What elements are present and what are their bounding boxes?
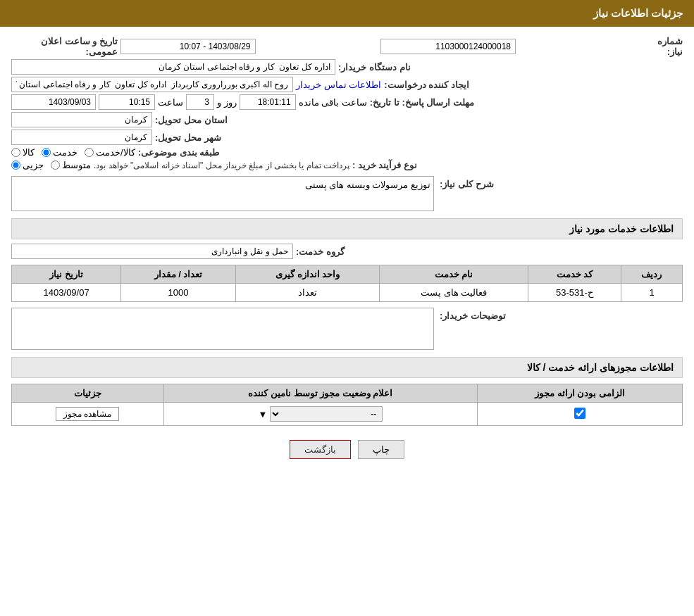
row-province: استان محل تحویل: bbox=[11, 112, 683, 127]
row-reply-deadline: مهلت ارسال پاسخ: تا تاریخ: ساعت باقی مان… bbox=[11, 94, 683, 110]
remaining-time-input[interactable] bbox=[240, 94, 296, 110]
remaining-suffix: ساعت باقی مانده bbox=[299, 97, 367, 108]
need-number-input[interactable] bbox=[380, 39, 516, 54]
col-name: نام خدمت bbox=[380, 265, 528, 284]
col-row: ردیف bbox=[621, 265, 682, 284]
contact-info-link[interactable]: اطلاعات تماس خریدار bbox=[296, 80, 381, 90]
row-purchase-type: نوع فرآیند خرید : پرداخت تمام یا بخشی از… bbox=[11, 160, 683, 170]
radio-kala-khedmat: کالا/خدمت bbox=[85, 147, 135, 158]
license-details-cell: مشاهده مجوز bbox=[12, 403, 164, 426]
cell-row-1: 1 bbox=[621, 284, 682, 302]
purchase-type-radio-group: متوسط جزیی bbox=[11, 160, 91, 170]
province-label: استان محل تحویل: bbox=[155, 115, 228, 125]
province-input[interactable] bbox=[11, 112, 152, 127]
radio-khedmat: خدمت bbox=[42, 147, 78, 158]
services-table: ردیف کد خدمت نام خدمت واحد اندازه گیری ت… bbox=[11, 265, 683, 302]
buyer-org-label: نام دستگاه خریدار: bbox=[338, 62, 411, 73]
radio-kala-input[interactable] bbox=[11, 148, 20, 157]
col-date: تاریخ نیاز bbox=[12, 265, 121, 284]
radio-mutavasset-input[interactable] bbox=[51, 161, 60, 170]
table-row: 1 ح-531-53 فعالیت های پست تعداد 1000 140… bbox=[12, 284, 683, 302]
purchase-type-label: نوع فرآیند خرید : bbox=[352, 160, 417, 170]
city-input[interactable] bbox=[11, 130, 152, 145]
cell-quantity-1: 1000 bbox=[121, 284, 235, 302]
service-group-label: گروه خدمت: bbox=[296, 246, 345, 257]
buyer-notes-label: توضیحات خریدار: bbox=[440, 308, 506, 321]
col-quantity: تعداد / مقدار bbox=[121, 265, 235, 284]
reply-date-input[interactable] bbox=[11, 94, 96, 110]
need-description-box: توزیع مرسولات وبسته های پستی bbox=[11, 176, 434, 211]
license-row: -- ▼ مشاهده مجوز bbox=[12, 403, 683, 426]
reply-deadline-label: مهلت ارسال پاسخ: تا تاریخ: bbox=[370, 97, 474, 108]
col-license-status: اعلام وضعیت مجوز توسط نامین کننده bbox=[163, 384, 478, 403]
col-code: کد خدمت bbox=[528, 265, 621, 284]
row-city: شهر محل تحویل: bbox=[11, 130, 683, 145]
license-table: الزامی بودن ارائه مجوز اعلام وضعیت مجوز … bbox=[11, 384, 683, 426]
cell-date-1: 1403/09/07 bbox=[12, 284, 121, 302]
city-label: شهر محل تحویل: bbox=[155, 132, 221, 143]
remaining-days-input[interactable] bbox=[186, 94, 214, 110]
col-license-required: الزامی بودن ارائه مجوز bbox=[478, 384, 683, 403]
need-description-label: شرح کلی نیاز: bbox=[440, 176, 494, 189]
row-buyer-org: نام دستگاه خریدار: bbox=[11, 59, 683, 75]
buyer-notes-textarea[interactable] bbox=[11, 308, 434, 350]
back-button[interactable]: بازگشت bbox=[290, 440, 351, 459]
radio-jozei: جزیی bbox=[11, 160, 44, 170]
view-license-button[interactable]: مشاهده مجوز bbox=[56, 407, 119, 421]
radio-khedmat-input[interactable] bbox=[42, 148, 51, 157]
radio-kala-khedmat-input[interactable] bbox=[85, 148, 94, 157]
cell-code-1: ح-531-53 bbox=[528, 284, 621, 302]
remaining-days-label: روز و bbox=[217, 97, 237, 108]
page-wrapper: جزئیات اطلاعات نیاز شماره نیاز: تاریخ و … bbox=[0, 0, 694, 616]
header-title: جزئیات اطلاعات نیاز bbox=[593, 7, 683, 19]
row-service-group: گروه خدمت: bbox=[11, 244, 683, 259]
row-need-description: شرح کلی نیاز: توزیع مرسولات وبسته های پس… bbox=[11, 176, 683, 211]
row-buyer-notes: توضیحات خریدار: bbox=[11, 308, 683, 350]
need-number-label: شماره نیاز: bbox=[641, 36, 683, 57]
col-unit: واحد اندازه گیری bbox=[235, 265, 380, 284]
license-section-title: اطلاعات مجوزهای ارائه خدمت / کالا bbox=[11, 357, 683, 378]
page-title: جزئیات اطلاعات نیاز bbox=[0, 0, 694, 27]
service-group-input[interactable] bbox=[11, 244, 293, 259]
row-creator: ایجاد کننده درخواست: اطلاعات تماس خریدار bbox=[11, 77, 683, 92]
cell-unit-1: تعداد bbox=[235, 284, 380, 302]
row-need-number: شماره نیاز: تاریخ و ساعت اعلان عمومی: bbox=[11, 36, 683, 57]
reply-time-label: ساعت bbox=[158, 97, 183, 108]
creator-input[interactable] bbox=[11, 77, 293, 92]
license-required-cell bbox=[478, 403, 683, 426]
radio-jozei-input[interactable] bbox=[11, 161, 20, 170]
creator-label: ایجاد کننده درخواست: bbox=[384, 80, 469, 90]
buyer-org-input[interactable] bbox=[11, 59, 335, 75]
reply-time-input[interactable] bbox=[99, 94, 155, 110]
category-label: طبقه بندی موضوعی: bbox=[138, 147, 220, 158]
license-required-checkbox[interactable] bbox=[574, 408, 585, 419]
need-description-text: توزیع مرسولات وبسته های پستی bbox=[305, 180, 430, 190]
category-radio-group: کالا/خدمت خدمت کالا bbox=[11, 147, 135, 158]
print-button[interactable]: چاپ bbox=[358, 440, 404, 459]
license-status-cell: -- ▼ bbox=[163, 403, 478, 426]
col-license-details: جزئیات bbox=[12, 384, 164, 403]
cell-name-1: فعالیت های پست bbox=[380, 284, 528, 302]
purchase-type-note: پرداخت تمام یا بخشی از مبلغ خریداز محل "… bbox=[94, 161, 349, 170]
content-area: شماره نیاز: تاریخ و ساعت اعلان عمومی: نا… bbox=[0, 27, 694, 466]
announce-datetime-label: تاریخ و ساعت اعلان عمومی: bbox=[11, 36, 118, 57]
row-category: طبقه بندی موضوعی: کالا/خدمت خدمت کالا bbox=[11, 147, 683, 158]
radio-kala: کالا bbox=[11, 147, 35, 158]
announce-datetime-input[interactable] bbox=[120, 39, 256, 54]
radio-mutavasset: متوسط bbox=[51, 160, 91, 170]
license-status-select[interactable]: -- bbox=[270, 406, 383, 422]
bottom-buttons: چاپ بازگشت bbox=[11, 440, 683, 459]
services-section-title: اطلاعات خدمات مورد نیاز bbox=[11, 218, 683, 239]
